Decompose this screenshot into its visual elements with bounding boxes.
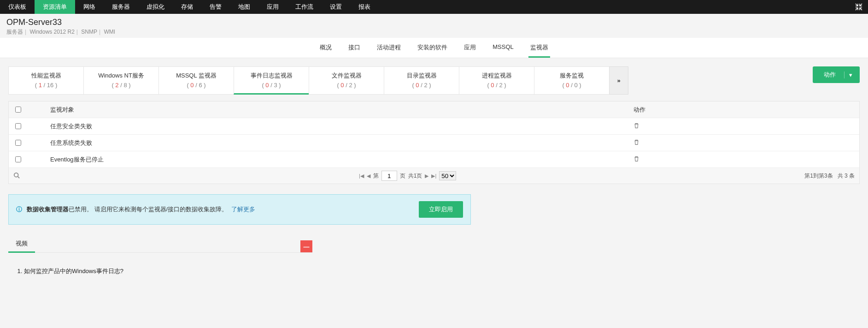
- pager: |◀ ◀ 第 页 共1页 ▶ ▶| 50: [359, 171, 456, 181]
- monitor-table: 监视对象 动作 任意安全类失败任意系统类失败Eventlog服务已停止 |◀ ◀…: [8, 101, 860, 184]
- collapse-icon[interactable]: [850, 0, 868, 14]
- page-input[interactable]: [381, 171, 397, 181]
- close-icon[interactable]: —: [300, 240, 312, 252]
- row-name[interactable]: 任意系统类失败: [27, 139, 633, 147]
- page-header: OPM-Server33 服务器Windows 2012 R2SNMPWMI: [0, 14, 868, 38]
- info-icon: ⓘ: [16, 205, 22, 214]
- monitor-tab-row: 性能监视器( 1 / 16 )Windows NT服务( 2 / 8 )MSSQ…: [8, 66, 860, 95]
- row-checkbox[interactable]: [15, 123, 21, 129]
- table-row: 任意安全类失败: [9, 118, 859, 135]
- pager-count: 共 3 条: [838, 173, 855, 179]
- monitor-tab[interactable]: 文件监视器( 0 / 2 ): [309, 66, 384, 95]
- breadcrumb-item[interactable]: 服务器: [6, 29, 23, 35]
- svg-line-1: [18, 176, 20, 178]
- banner-strong: 数据收集管理器: [27, 206, 69, 213]
- pager-prefix: 第: [373, 172, 379, 180]
- topnav-item[interactable]: 设置: [322, 0, 350, 14]
- table-footer: |◀ ◀ 第 页 共1页 ▶ ▶| 50 第1到第3条 共 3 条: [9, 168, 859, 184]
- subtab[interactable]: MSSQL: [491, 38, 516, 58]
- monitor-tab[interactable]: 事件日志监视器( 0 / 3 ): [234, 66, 309, 95]
- breadcrumb-item[interactable]: SNMP: [75, 29, 97, 35]
- chevron-down-icon: ▾: [844, 72, 857, 78]
- col-header-name: 监视对象: [27, 106, 633, 114]
- trash-icon[interactable]: [633, 140, 639, 147]
- table-header: 监视对象 动作: [9, 101, 859, 118]
- enable-now-button[interactable]: 立即启用: [419, 201, 463, 218]
- monitor-tab[interactable]: 服务监视( 0 / 0 ): [534, 66, 610, 95]
- last-page-icon[interactable]: ▶|: [431, 173, 436, 179]
- monitor-tab[interactable]: MSSQL 监视器( 0 / 6 ): [158, 66, 234, 95]
- search-icon[interactable]: [13, 172, 20, 180]
- subtab-bar: 概况接口活动进程安装的软件应用MSSQL监视器: [0, 38, 868, 58]
- more-monitors-button[interactable]: »: [609, 66, 628, 95]
- first-page-icon[interactable]: |◀: [359, 173, 364, 179]
- row-name[interactable]: Eventlog服务已停止: [27, 155, 633, 164]
- monitor-tab[interactable]: 性能监视器( 1 / 16 ): [8, 66, 84, 95]
- video-link-1[interactable]: 如何监控产品中的Windows事件日志?: [24, 267, 311, 275]
- topnav-item[interactable]: 报表: [350, 0, 379, 14]
- table-row: 任意系统类失败: [9, 135, 859, 151]
- info-banner: ⓘ 数据收集管理器已禁用。 请启用它来检测每个监视器/接口的数据收集故障。 了解…: [8, 194, 471, 225]
- subtab[interactable]: 应用: [462, 38, 478, 58]
- subtab[interactable]: 安装的软件: [416, 38, 449, 58]
- topnav-item[interactable]: 资源清单: [35, 0, 75, 14]
- subtab[interactable]: 监视器: [528, 38, 550, 58]
- topnav-item[interactable]: 存储: [173, 0, 201, 14]
- row-checkbox[interactable]: [15, 140, 21, 146]
- subtab[interactable]: 概况: [318, 38, 334, 58]
- banner-text: 已禁用。 请启用它来检测每个监视器/接口的数据收集故障。: [69, 206, 228, 213]
- video-section: 视频 — 如何监控产品中的Windows事件日志?: [8, 236, 312, 281]
- learn-more-link[interactable]: 了解更多: [231, 206, 255, 213]
- topnav-item[interactable]: 网络: [75, 0, 104, 14]
- row-checkbox[interactable]: [15, 156, 21, 162]
- svg-point-0: [14, 173, 18, 177]
- topnav-item[interactable]: 告警: [201, 0, 230, 14]
- top-nav: 仪表板资源清单网络服务器虚拟化存储告警地图应用工作流设置报表: [0, 0, 868, 14]
- trash-icon[interactable]: [633, 123, 639, 130]
- breadcrumb-item[interactable]: WMI: [97, 29, 115, 35]
- col-header-action: 动作: [633, 106, 855, 114]
- monitor-tab[interactable]: Windows NT服务( 2 / 8 ): [83, 66, 159, 95]
- action-button[interactable]: 动作▾: [813, 66, 860, 83]
- trash-icon[interactable]: [633, 156, 639, 163]
- prev-page-icon[interactable]: ◀: [367, 173, 370, 179]
- row-name[interactable]: 任意安全类失败: [27, 122, 633, 131]
- topnav-item[interactable]: 工作流: [287, 0, 322, 14]
- pager-mid: 页: [400, 172, 405, 180]
- monitor-tab[interactable]: 目录监视器( 0 / 2 ): [384, 66, 459, 95]
- pager-total: 共1页: [408, 172, 422, 180]
- topnav-item[interactable]: 地图: [230, 0, 258, 14]
- topnav-item[interactable]: 服务器: [104, 0, 138, 14]
- subtab[interactable]: 接口: [346, 38, 362, 58]
- select-all-checkbox[interactable]: [15, 107, 21, 113]
- monitor-tab[interactable]: 进程监视器( 0 / 2 ): [459, 66, 534, 95]
- topnav-item[interactable]: 仪表板: [0, 0, 35, 14]
- next-page-icon[interactable]: ▶: [425, 173, 428, 179]
- breadcrumb-item[interactable]: Windows 2012 R2: [23, 29, 75, 35]
- table-row: Eventlog服务已停止: [9, 151, 859, 168]
- breadcrumb: 服务器Windows 2012 R2SNMPWMI: [6, 28, 862, 36]
- topnav-item[interactable]: 虚拟化: [138, 0, 173, 14]
- page-title: OPM-Server33: [6, 18, 862, 27]
- topnav-item[interactable]: 应用: [258, 0, 287, 14]
- video-tab[interactable]: 视频: [8, 236, 35, 253]
- subtab[interactable]: 活动进程: [375, 38, 403, 58]
- page-size-select[interactable]: 50: [439, 171, 456, 180]
- pager-range: 第1到第3条: [804, 173, 833, 179]
